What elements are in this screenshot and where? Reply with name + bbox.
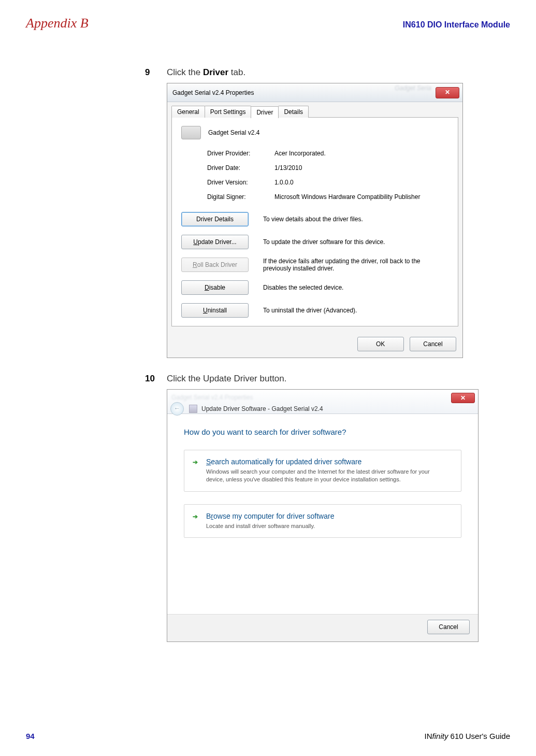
- cancel-button[interactable]: Cancel: [410, 337, 456, 351]
- step10-number: 10: [145, 374, 157, 384]
- back-icon[interactable]: ←: [170, 402, 184, 416]
- module-heading: IN610 DIO Interface Module: [403, 20, 510, 30]
- step9-text: Click the Driver tab.: [167, 67, 245, 78]
- signer-label: Digital Signer:: [207, 193, 274, 201]
- provider-value: Acer Incorporated.: [274, 150, 448, 157]
- update-driver-label: pdate Driver...: [198, 238, 237, 246]
- uninstall-button[interactable]: Uninstall: [181, 303, 249, 318]
- dialog-title: Gadget Serial v2.4 Properties: [172, 89, 254, 96]
- step-9: 9 Click the Driver tab. Gadget Serial v2…: [145, 67, 495, 358]
- step-10: 10 Click the Update Driver button. Gadge…: [145, 374, 495, 642]
- brand-rest: 610 User's Guide: [448, 732, 510, 740]
- device-name: Gadget Serial v2.4: [208, 129, 259, 136]
- tab-body: Gadget Serial v2.4 Driver Provider: Acer…: [171, 117, 458, 326]
- close-icon[interactable]: ✕: [436, 87, 459, 98]
- date-value: 1/13/2010: [274, 164, 448, 172]
- brand-prefix: IN: [425, 732, 432, 740]
- dialog-titlebar: Gadget Serial v2.4 Properties Gadget Ser…: [167, 83, 462, 102]
- tab-driver[interactable]: Driver: [251, 106, 279, 118]
- page-footer: 94 INfinity 610 User's Guide: [26, 732, 510, 740]
- wizard-question: How do you want to search for driver sof…: [184, 427, 461, 436]
- driver-details-desc: To view details about the driver files.: [263, 216, 448, 223]
- update-driver-desc: To update the driver software for this d…: [263, 238, 448, 246]
- page-header: Appendix B IN610 DIO Interface Module: [26, 16, 510, 31]
- brand-italic: finity: [432, 732, 448, 740]
- option2-sub: Locate and install driver software manua…: [206, 522, 334, 530]
- rollback-driver-button: Roll Back Driver: [181, 258, 249, 272]
- step9-number: 9: [145, 67, 157, 78]
- date-label: Driver Date:: [207, 164, 274, 172]
- arrow-icon: ➔: [193, 458, 201, 467]
- update-wizard-dialog: Gadget Serial v2.4 Properties ← Update D…: [167, 389, 479, 642]
- ok-button[interactable]: OK: [357, 337, 404, 351]
- rollback-driver-desc: If the device fails after updating the d…: [263, 258, 448, 272]
- version-label: Driver Version:: [207, 179, 274, 186]
- option-browse-computer[interactable]: ➔ Browse my computer for driver software…: [184, 504, 461, 538]
- wizard-titlebar: Gadget Serial v2.4 Properties ← Update D…: [167, 390, 478, 414]
- option1-sub: Windows will search your computer and th…: [206, 468, 444, 484]
- tabstrip: General Port Settings Driver Details: [167, 102, 462, 117]
- step9-text-bold: Driver: [203, 67, 228, 77]
- wizard-cancel-button[interactable]: Cancel: [427, 620, 470, 634]
- wizard-body: How do you want to search for driver sof…: [167, 414, 478, 614]
- tab-details[interactable]: Details: [278, 106, 309, 118]
- option-search-automatically[interactable]: ➔ Search automatically for updated drive…: [184, 450, 461, 492]
- disable-desc: Disables the selected device.: [263, 284, 448, 291]
- uninstall-desc: To uninstall the driver (Advanced).: [263, 307, 448, 314]
- appendix-heading: Appendix B: [26, 16, 89, 31]
- disable-button[interactable]: Disable: [181, 280, 249, 295]
- tab-port-settings[interactable]: Port Settings: [205, 106, 252, 118]
- driver-details-button[interactable]: Driver Details: [181, 212, 249, 226]
- close-icon[interactable]: ✕: [451, 393, 475, 403]
- arrow-icon: ➔: [193, 512, 201, 521]
- step10-text: Click the Update Driver button.: [167, 374, 287, 384]
- guide-name: INfinity 610 User's Guide: [425, 732, 510, 740]
- provider-label: Driver Provider:: [207, 150, 274, 157]
- wizard-footer: Cancel: [167, 614, 478, 641]
- option1-title: Search automatically for updated driver …: [206, 458, 444, 466]
- wizard-title: Update Driver Software - Gadget Serial v…: [201, 405, 323, 412]
- device-small-icon: [189, 405, 197, 413]
- update-driver-button[interactable]: Update Driver...: [181, 235, 249, 249]
- step9-text-pre: Click the: [167, 67, 203, 77]
- signer-value: Microsoft Windows Hardware Compatibility…: [274, 193, 448, 201]
- page-number: 94: [26, 732, 35, 740]
- background-blur-text: Gadget Seria: [395, 84, 431, 92]
- tab-general[interactable]: General: [171, 106, 205, 118]
- background-blur-text: Gadget Serial v2.4 Properties: [170, 393, 323, 401]
- dialog-footer: OK Cancel: [167, 332, 462, 358]
- version-value: 1.0.0.0: [274, 179, 448, 186]
- properties-dialog: Gadget Serial v2.4 Properties Gadget Ser…: [167, 83, 463, 358]
- option2-title: Browse my computer for driver software: [206, 512, 334, 520]
- device-icon: [181, 126, 201, 139]
- step9-text-post: tab.: [228, 67, 245, 77]
